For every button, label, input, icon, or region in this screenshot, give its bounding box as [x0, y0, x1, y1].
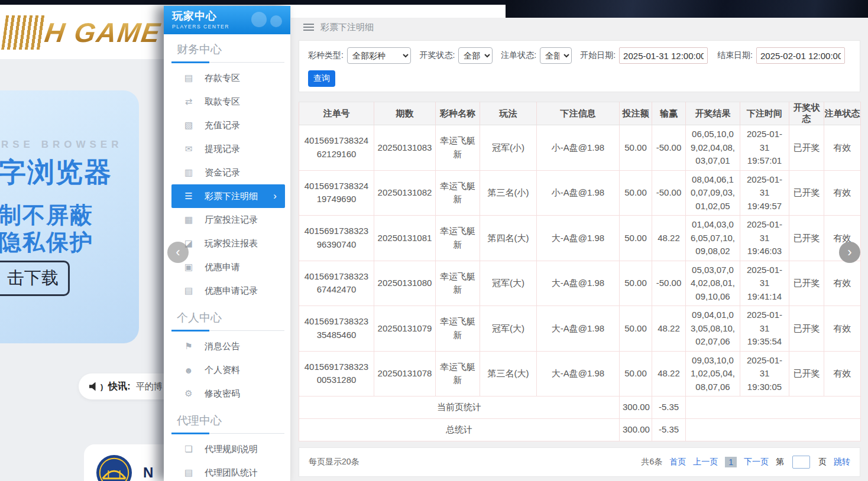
table-cell: 大-A盘@1.98 [537, 306, 620, 352]
draw-status-select[interactable]: 全部 [458, 47, 493, 64]
sidebar-item-deposit-zone[interactable]: ▤存款专区 [164, 66, 290, 90]
first-page-link[interactable]: 首页 [669, 457, 686, 467]
table-cell: 20250131079 [374, 306, 436, 352]
page-size-text: 每页显示20条 [309, 457, 359, 467]
sidebar-item-hall-bet-records[interactable]: ▦厅室投注记录 [164, 208, 290, 232]
download-button[interactable]: 击下载 [0, 261, 70, 296]
list-records-icon: ▤ [183, 285, 194, 296]
bet-status-select[interactable]: 全部 [540, 47, 572, 64]
table-cell: 有效 [824, 125, 861, 171]
table-cell: 幸运飞艇新 [436, 306, 480, 352]
chevron-right-icon: › [847, 245, 851, 260]
table-cell: 幸运飞艇新 [436, 351, 480, 396]
sidebar-item-withdrawal-records[interactable]: ✉提现记录 [164, 137, 290, 161]
sidebar-item-label: 修改密码 [205, 388, 240, 399]
lottery-type-select[interactable]: 全部彩种 [347, 47, 412, 64]
table-cell: 50.00 [620, 351, 652, 396]
sidebar-item-lottery-bet-details[interactable]: ☰彩票下注明细› [171, 184, 285, 208]
table-cell: 09,03,10,01,02,05,04,08,07,06 [686, 351, 740, 396]
chevron-right-icon: › [273, 190, 277, 202]
current-page[interactable]: 1 [725, 457, 737, 467]
table-cell: 已开奖 [789, 261, 824, 306]
sidebar-item-recharge-records[interactable]: ▧充值记录 [164, 113, 290, 137]
page-jump-input[interactable] [792, 456, 810, 469]
promo-badge-icon: ▣ [183, 262, 194, 272]
speaker-icon [89, 382, 99, 391]
sidebar-item-label: 厅室投注记录 [205, 214, 258, 226]
draw-status-label: 开奖状态: [419, 50, 455, 61]
table-cell: 第三名(大) [480, 351, 537, 396]
table-cell: 大-A盘@1.98 [537, 351, 620, 396]
table-header-row: 注单号期数彩种名称玩法下注信息投注额输赢开奖结果下注时间开奖状态注单状态 [299, 102, 861, 125]
file-icon: ❏ [183, 444, 194, 454]
table-cell: 50.00 [620, 216, 652, 261]
table-cell: 幸运飞艇新 [436, 125, 480, 171]
column-header: 玩法 [480, 102, 537, 125]
sidebar-item-change-password[interactable]: ⚙修改密码 [164, 382, 290, 405]
sidebar-item-withdraw-zone[interactable]: ⇄取款专区 [164, 90, 290, 113]
table-cell: 已开奖 [789, 216, 824, 261]
column-header: 投注额 [620, 102, 652, 125]
site-logo[interactable]: H GAME [1, 15, 163, 50]
table-cell: 幸运飞艇新 [436, 170, 480, 216]
table-cell: 09,04,01,03,05,08,10,02,07,06 [686, 306, 740, 352]
total-count: 共6条 [641, 457, 662, 467]
banner-title-line2: 制不屏蔽 [0, 200, 93, 230]
carousel-right-button[interactable]: › [839, 242, 860, 263]
summary-bet-total: 300.00 [620, 419, 652, 441]
sidebar-section-title: 个人中心 [177, 311, 290, 325]
table-cell: 大-A盘@1.98 [537, 261, 620, 306]
table-cell: -50.00 [652, 170, 686, 216]
sidebar-item-label: 代理规则说明 [205, 444, 258, 455]
bet-status-label: 注单状态: [501, 50, 536, 61]
search-button[interactable]: 查询 [308, 70, 335, 87]
sidebar-item-promo-application-records[interactable]: ▤优惠申请记录 [164, 279, 290, 303]
table-row: 40156917383233548546020250131079幸运飞艇新冠军(… [299, 306, 861, 352]
table-cell: 冠军(小) [480, 125, 537, 171]
summary-row: 总统计300.00-5.35 [299, 419, 861, 441]
ticker-text: 平的博 [136, 381, 163, 392]
table-cell: 有效 [824, 351, 861, 396]
sidebar-item-messages[interactable]: ⚑消息公告 [164, 334, 290, 358]
summary-row: 当前页统计300.00-5.35 [299, 396, 861, 419]
table-cell: 401569173832367442470 [299, 261, 374, 306]
jump-button[interactable]: 跳转 [834, 457, 850, 467]
end-date-input[interactable] [756, 47, 845, 64]
summary-win-loss: -5.35 [652, 419, 686, 441]
sidebar-item-label: 优惠申请记录 [205, 285, 258, 297]
table-row: 40156917383239639074020250131081幸运飞艇新第四名… [299, 216, 861, 261]
gamepad-icon [251, 9, 283, 31]
table-cell: 小-A盘@1.98 [537, 170, 620, 216]
sidebar-item-agent-team-stats[interactable]: ▤代理团队统计 [164, 461, 290, 481]
table-cell: 小-A盘@1.98 [537, 125, 620, 171]
table-cell: 50.00 [620, 125, 652, 171]
pagination-controls: 共6条 首页 上一页 1 下一页 第 页 跳转 [641, 456, 850, 469]
table-cell: 2025-01-31 19:49:57 [740, 170, 789, 216]
sidebar-section-title: 代理中心 [177, 414, 290, 428]
carousel-left-button[interactable]: ‹ [167, 242, 189, 263]
table-cell: 50.00 [620, 170, 652, 216]
table-cell: 08,04,06,10,07,09,03,01,02,05 [686, 170, 740, 216]
bet-table: 注单号期数彩种名称玩法下注信息投注额输赢开奖结果下注时间开奖状态注单状态4015… [299, 102, 861, 441]
summary-bet-total: 300.00 [620, 396, 652, 419]
column-header: 注单状态 [824, 102, 861, 125]
page-title: 彩票下注明细 [320, 22, 374, 33]
table-cell: 已开奖 [789, 351, 824, 396]
table-cell: 20250131083 [374, 125, 436, 171]
sidebar-item-profile[interactable]: ☻个人资料 [164, 358, 290, 382]
prev-page-link[interactable]: 上一页 [693, 457, 718, 467]
sidebar-item-label: 充值记录 [205, 120, 240, 131]
sidebar-item-agent-rules[interactable]: ❏代理规则说明 [164, 437, 290, 461]
table-cell: 2025-01-31 19:57:01 [740, 125, 789, 171]
table-cell: 401569173832300531280 [299, 351, 374, 396]
money-bag-icon: ▧ [183, 120, 194, 131]
menu-toggle-icon[interactable] [303, 24, 314, 31]
next-page-link[interactable]: 下一页 [744, 457, 769, 467]
sidebar-item-funds-records[interactable]: ▥资金记录 [164, 161, 290, 184]
sidebar-item-label: 取款专区 [205, 96, 240, 108]
summary-win-loss: -5.35 [652, 396, 686, 419]
document-icon: ☰ [183, 191, 194, 202]
table-cell: 401569173832396390740 [299, 216, 374, 261]
table-cell: 已开奖 [789, 125, 824, 171]
start-date-input[interactable] [619, 47, 708, 64]
